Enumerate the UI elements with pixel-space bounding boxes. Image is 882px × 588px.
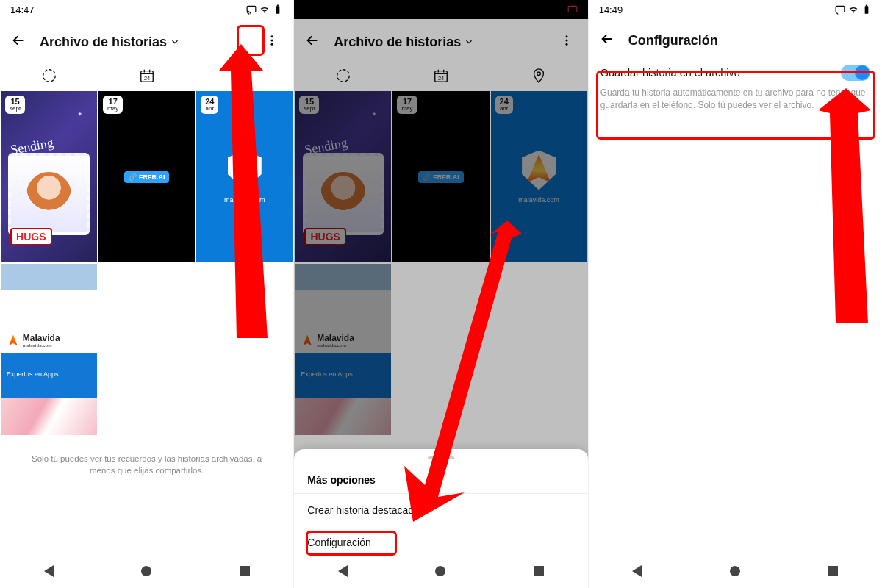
tab-location[interactable] <box>196 68 293 84</box>
svg-rect-21 <box>865 6 869 13</box>
malavida-logo-icon <box>228 151 262 190</box>
setting-description: Guarda tu historia automáticamente en tu… <box>600 87 870 112</box>
panel-2-sheet: Archivo de historias 24 SendingHUGS15sep… <box>294 0 588 588</box>
kebab-menu-icon[interactable] <box>556 31 578 53</box>
setting-save-to-archive: Guardar historia en el archivo Guarda tu… <box>589 59 882 118</box>
nav-home-icon[interactable] <box>435 566 445 576</box>
nav-home-icon[interactable] <box>730 566 740 576</box>
tab-calendar[interactable]: 24 <box>98 68 196 84</box>
nav-recents-icon[interactable] <box>828 566 838 576</box>
android-nav-bar <box>294 559 587 588</box>
app-bar: Configuración <box>589 19 882 59</box>
date-badge: 15sept <box>5 96 25 114</box>
page-title: Archivo de historias <box>334 35 461 50</box>
story-item[interactable]: malavida.com 24abr <box>196 91 293 262</box>
story-item[interactable]: Sending HUGS 15sept <box>1 91 97 262</box>
svg-point-14 <box>565 43 567 46</box>
clock: 14:49 <box>599 4 623 15</box>
page-title-dropdown[interactable]: Archivo de historias <box>40 35 248 50</box>
sheet-handle-icon[interactable] <box>428 456 454 459</box>
battery-icon <box>861 4 872 15</box>
svg-point-9 <box>243 72 246 76</box>
date-badge: 17may <box>103 96 123 114</box>
svg-rect-11 <box>568 6 577 12</box>
svg-rect-20 <box>836 6 845 12</box>
cast-icon <box>835 4 845 15</box>
date-badge: 24abr <box>201 96 218 114</box>
status-bar: 14:49 <box>589 0 882 19</box>
stories-grid: Sending HUGS 15sept 🔗 FRFR.AI 17may mala… <box>0 91 293 262</box>
page-title: Archivo de historias <box>40 35 167 50</box>
chevron-down-icon <box>170 37 180 47</box>
panel-3-settings: 14:49 Configuración Guardar historia en … <box>589 0 882 588</box>
tab-stories[interactable] <box>0 68 98 84</box>
android-nav-bar <box>589 559 882 588</box>
story-caption: malavida.com <box>224 196 265 204</box>
app-bar: Archivo de historias <box>0 19 293 62</box>
svg-point-15 <box>337 70 350 82</box>
sticker-hugs: HUGS <box>10 228 51 245</box>
nav-back-icon[interactable] <box>44 565 54 577</box>
kebab-menu-icon[interactable] <box>261 31 283 53</box>
nav-recents-icon[interactable] <box>534 566 544 576</box>
page-title: Configuración <box>628 33 872 49</box>
sheet-header: Más opciones <box>294 467 587 493</box>
svg-point-6 <box>43 70 55 82</box>
page-title-dropdown[interactable]: Archivo de historias <box>334 35 542 50</box>
svg-point-12 <box>565 35 567 37</box>
nav-back-icon[interactable] <box>338 565 348 577</box>
back-icon[interactable] <box>599 31 615 50</box>
nav-recents-icon[interactable] <box>240 566 250 576</box>
archive-hint: Solo tú puedes ver tus recuerdos y las h… <box>0 435 293 494</box>
battery-icon <box>273 4 283 15</box>
cast-icon <box>246 4 257 15</box>
svg-rect-1 <box>276 6 280 13</box>
bottom-sheet: Más opciones Crear historia destacada Co… <box>294 449 587 559</box>
status-bar: 14:47 <box>0 0 293 19</box>
malavida-brand: Malavidamalavida.com <box>7 332 60 348</box>
svg-point-13 <box>565 40 567 42</box>
back-icon[interactable] <box>304 32 320 51</box>
status-bar <box>294 0 587 19</box>
cast-icon <box>567 4 578 15</box>
chevron-down-icon <box>464 37 474 47</box>
android-nav-bar <box>0 559 293 588</box>
svg-rect-22 <box>866 5 867 7</box>
nav-home-icon[interactable] <box>141 566 151 576</box>
setting-label: Guardar historia en el archivo <box>600 67 740 79</box>
clock: 14:47 <box>10 4 35 15</box>
svg-point-5 <box>271 43 273 46</box>
svg-point-18 <box>537 72 541 76</box>
archive-tabs: 24 <box>0 62 293 91</box>
annotation-arrow <box>777 88 880 338</box>
link-chip: 🔗 FRFR.AI <box>124 171 170 183</box>
story-item[interactable]: Malavidamalavida.com Expertos en Apps <box>1 264 97 435</box>
svg-text:24: 24 <box>144 75 150 82</box>
toggle-switch[interactable] <box>841 65 870 81</box>
status-icons <box>246 4 283 15</box>
panel-1-archive: 14:47 Archivo de historias <box>0 0 294 588</box>
back-icon[interactable] <box>10 32 26 51</box>
status-icons <box>835 4 872 15</box>
story-item[interactable]: 🔗 FRFR.AI 17may <box>98 91 195 262</box>
svg-rect-2 <box>277 5 279 7</box>
svg-point-3 <box>271 35 273 37</box>
brand-tagline: Expertos en Apps <box>7 370 59 378</box>
wifi-icon <box>259 4 270 15</box>
option-settings[interactable]: Configuración <box>294 526 587 559</box>
svg-marker-23 <box>818 88 871 323</box>
wifi-icon <box>848 4 858 15</box>
svg-text:24: 24 <box>438 75 444 82</box>
nav-back-icon[interactable] <box>632 565 642 577</box>
option-create-highlight[interactable]: Crear historia destacada <box>294 494 587 526</box>
app-bar: Archivo de historias <box>294 19 587 62</box>
svg-point-4 <box>271 40 273 42</box>
